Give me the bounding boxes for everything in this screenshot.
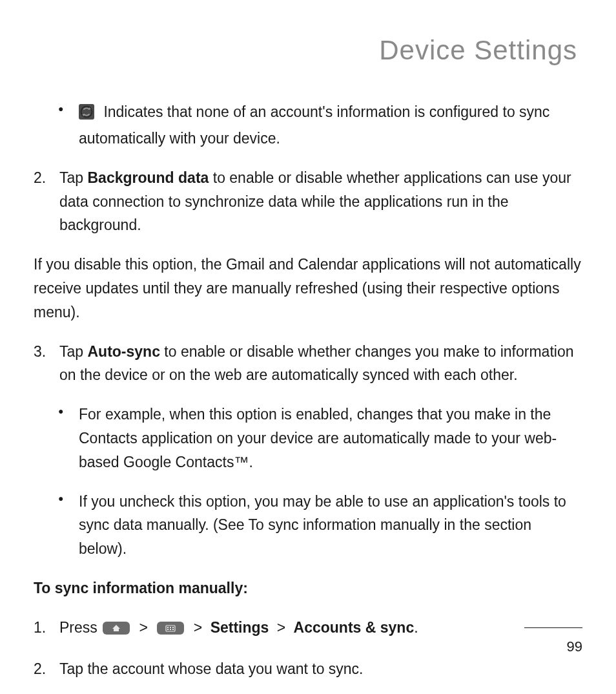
svg-rect-11 [170,629,171,630]
svg-rect-9 [172,627,174,628]
step-2-number: 2. [34,166,46,190]
manual-step-2-number: 2. [34,657,46,681]
step-3-bold: Auto-sync [87,343,159,360]
manual-step-2: 2. Tap the account whose data you want t… [34,657,582,681]
page-number: 99 [567,635,582,658]
manual-step-1-end: . [414,619,418,636]
manual-sync-heading: To sync information manually: [34,576,582,600]
bullet-sync-off-text: Indicates that none of an account's info… [79,103,549,147]
manual-step-2-item: 2. Tap the account whose data you want t… [34,657,582,681]
sub-bullet-0: For example, when this option is enabled… [79,403,582,474]
manual-step-1: 1. Press > [34,616,582,642]
sub-bullet-1: If you uncheck this option, you may be a… [79,490,582,561]
bullet-sync-off: Indicates that none of an account's info… [79,100,582,151]
step-3-sub-bullets: For example, when this option is enabled… [59,403,582,561]
step-2-item: 2. Tap Background data to enable or disa… [34,166,582,237]
step-3-item: 3. Tap Auto-sync to enable or disable wh… [34,340,582,561]
manual-step-1-press: Press [59,619,101,636]
manual-step-1-number: 1. [34,616,46,640]
page-title: Device Settings [34,28,577,72]
settings-label: Settings [210,619,269,636]
sync-off-icon [79,103,94,127]
manual-step-1-item: 1. Press > [34,616,582,642]
sep-2: > [194,619,202,636]
manual-step-2-text: Tap the account whose data you want to s… [59,660,364,677]
svg-rect-10 [167,629,169,630]
page-content: Device Settings Indicates that none of a… [0,0,616,680]
step-3: 3. Tap Auto-sync to enable or disable wh… [34,340,582,561]
sep-3: > [277,619,285,636]
disable-note: If you disable this option, the Gmail an… [34,253,582,324]
step-2-lead: Tap [59,169,87,186]
step-2: 2. Tap Background data to enable or disa… [34,166,582,237]
svg-rect-8 [170,627,171,628]
apps-key-icon [157,618,184,642]
footer-rule [524,627,582,628]
home-key-icon [103,618,130,642]
sep-1: > [139,619,148,636]
bullet-list-top: Indicates that none of an account's info… [34,100,582,151]
step-3-lead: Tap [59,343,87,360]
step-2-bold: Background data [87,169,209,186]
svg-rect-12 [172,629,174,630]
step-3-number: 3. [34,340,46,364]
svg-rect-7 [167,627,169,628]
accounts-sync-label: Accounts & sync [294,619,415,636]
